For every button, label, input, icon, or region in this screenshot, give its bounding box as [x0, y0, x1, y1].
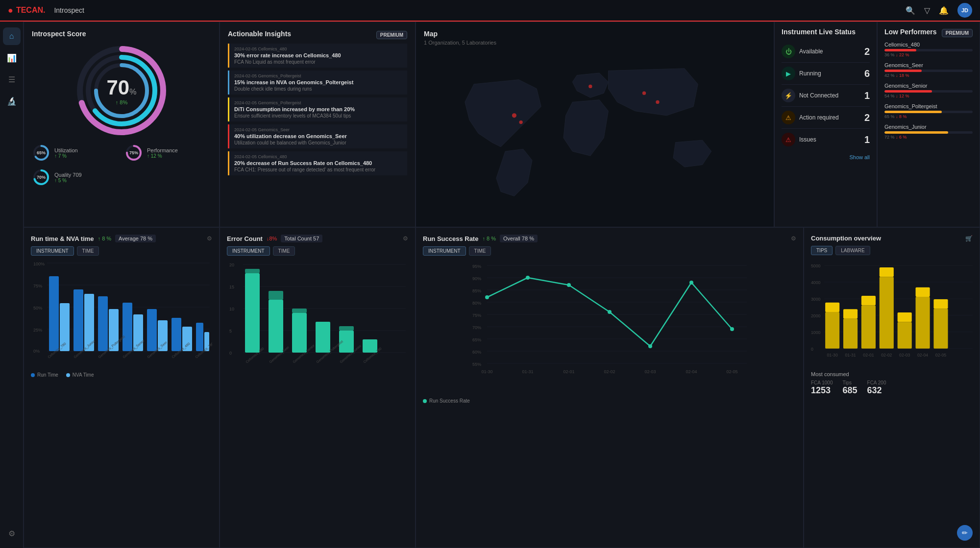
filter-icon[interactable]: ▽	[924, 6, 930, 15]
success-tab-instrument[interactable]: INSTRUMENT	[423, 246, 466, 256]
sidebar-item-lab[interactable]: 🔬	[3, 92, 21, 110]
svg-text:85%: 85%	[472, 288, 481, 293]
sidebar-item-settings[interactable]: ⚙	[3, 524, 21, 542]
svg-text:10: 10	[229, 307, 234, 311]
error-tab-instrument[interactable]: INSTRUMENT	[227, 246, 270, 256]
lp-bar-container-4	[884, 131, 973, 134]
svg-rect-131	[933, 309, 948, 349]
svg-text:02-04: 02-04	[686, 369, 697, 374]
topbar: ● TECAN. Introspect 🔍 ▽ 🔔 JD	[0, 0, 980, 22]
success-tab-time[interactable]: TIME	[469, 246, 491, 256]
error-tab-time[interactable]: TIME	[273, 246, 295, 256]
not-connected-count: 1	[864, 90, 870, 101]
svg-rect-59	[245, 273, 260, 353]
svg-text:15: 15	[229, 285, 234, 289]
lp-bar-container-2	[884, 90, 973, 93]
quality-ring: 70%	[32, 168, 50, 187]
svg-rect-64	[292, 309, 307, 313]
success-overall: Overall 78 %	[500, 235, 538, 242]
success-line-chart: 95% 90% 85% 80% 75% 70% 65% 60% 55%	[423, 261, 796, 384]
runtime-bar-chart: 100% 75% 50% 25% 0%	[31, 261, 212, 358]
content-area: Introspect Score	[24, 22, 980, 548]
avatar[interactable]: JD	[957, 3, 972, 18]
chart-icon: 📊	[7, 53, 17, 63]
most-consumed-value-1: 685	[842, 385, 857, 396]
svg-text:01-30: 01-30	[827, 353, 838, 357]
most-consumed-value-0: 1253	[811, 385, 833, 396]
utilization-change: ↑ 7 %	[54, 153, 78, 159]
svg-text:0: 0	[229, 351, 232, 356]
insight-title-3: 40% utilization decrease on Genomics_See…	[234, 133, 402, 139]
svg-rect-123	[861, 306, 876, 349]
edit-icon[interactable]: ✏	[957, 525, 973, 541]
most-consumed-items: FCA 1000 1253 Tips 685 FCA 200 632	[811, 380, 973, 396]
insights-title: Actionable Insights	[228, 30, 291, 38]
performance-pct: 75%	[129, 150, 138, 155]
action-required-icon: ⚠	[782, 111, 795, 124]
low-performers-panel: Low Performers PREMIUM Cellomics_480 36 …	[877, 22, 980, 227]
lp-header: Low Performers PREMIUM	[884, 28, 973, 38]
svg-text:80%: 80%	[472, 301, 481, 306]
runtime-change: ↑ 8 %	[98, 236, 112, 241]
svg-text:02-04: 02-04	[917, 353, 928, 357]
svg-point-17	[656, 100, 659, 104]
notifications-icon[interactable]: 🔔	[939, 6, 949, 15]
nva-time-legend-dot	[66, 373, 70, 377]
svg-rect-32	[98, 296, 108, 351]
edit-button[interactable]: ✏	[957, 525, 973, 541]
lp-name-1: Genomics_Seer	[884, 62, 973, 68]
svg-rect-34	[122, 303, 132, 351]
success-settings-icon[interactable]: ⚙	[791, 235, 796, 242]
runtime-filter-tabs: INSTRUMENT TIME	[31, 246, 212, 256]
most-consumed-item-2: FCA 200 632	[867, 380, 886, 396]
cart-icon[interactable]: 🛒	[965, 235, 973, 242]
map-title: Map	[424, 30, 496, 38]
svg-rect-126	[880, 267, 894, 277]
runtime-settings-icon[interactable]: ⚙	[207, 235, 212, 242]
insight-title-1: 15% increase in NVA on Genomics_Polterge…	[234, 79, 402, 85]
action-required-label: Action required	[799, 114, 839, 121]
insight-desc-1: Double check idle times during runs	[234, 86, 402, 92]
lp-stats-2: 54 % ↓ 12 %	[884, 94, 973, 98]
consumption-tab-tips[interactable]: TIPS	[811, 246, 833, 255]
error-title: Error Count	[227, 235, 263, 242]
svg-text:2000: 2000	[811, 313, 821, 318]
consumption-title: Consumption overview	[811, 235, 881, 242]
sidebar-item-chart[interactable]: 📊	[3, 49, 21, 67]
svg-text:95%: 95%	[472, 264, 481, 269]
consumption-svg: 5000 4000 3000 2000 1000 0	[811, 260, 973, 368]
svg-point-94	[526, 276, 530, 280]
sidebar-item-home[interactable]: ⌂	[3, 27, 21, 45]
svg-text:25%: 25%	[33, 328, 42, 333]
svg-text:3000: 3000	[811, 297, 821, 302]
svg-rect-62	[269, 291, 283, 300]
insights-panel: Actionable Insights PREMIUM 2024-02-05 C…	[220, 22, 416, 227]
world-map-svg	[424, 57, 766, 214]
svg-point-13	[512, 113, 516, 118]
insight-title-0: 30% error rate increase on Cellomics_480	[234, 52, 402, 58]
svg-point-96	[608, 310, 612, 314]
svg-text:65%: 65%	[472, 337, 481, 342]
show-all-link[interactable]: Show all	[782, 154, 870, 160]
svg-text:4000: 4000	[811, 280, 821, 285]
svg-text:1000: 1000	[811, 330, 821, 335]
runtime-tab-instrument[interactable]: INSTRUMENT	[31, 246, 74, 256]
introspect-score-panel: Introspect Score	[24, 22, 220, 227]
lp-bar-2	[884, 90, 932, 93]
utilization-pct: 65%	[37, 150, 46, 155]
runtime-legend-run: Run Time	[31, 372, 58, 378]
error-settings-icon[interactable]: ⚙	[403, 235, 408, 242]
search-icon[interactable]: 🔍	[906, 6, 915, 15]
runtime-tab-time[interactable]: TIME	[77, 246, 99, 256]
svg-rect-28	[49, 276, 59, 351]
success-title: Run Success Rate	[423, 235, 478, 242]
svg-rect-120	[825, 303, 839, 312]
lp-stats-4: 72 % ↓ 6 %	[884, 135, 973, 140]
lp-bar-0	[884, 49, 916, 51]
sidebar-item-list[interactable]: ☰	[3, 71, 21, 88]
map-subtitle: 1 Organization, 5 Laboratories	[424, 40, 496, 46]
svg-point-95	[567, 283, 571, 287]
consumption-tab-labware[interactable]: LABWARE	[835, 246, 870, 255]
error-filter-tabs: INSTRUMENT TIME	[227, 246, 408, 256]
performance-label: Performance	[147, 147, 178, 153]
